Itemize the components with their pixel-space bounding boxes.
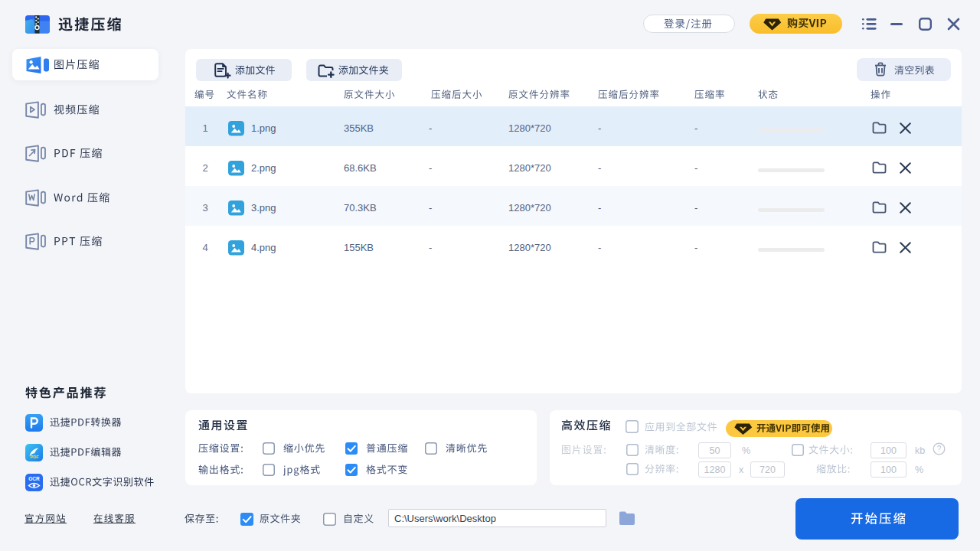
svg-text:?: ? xyxy=(937,445,942,453)
svg-text:PDF: PDF xyxy=(31,455,40,459)
svg-text:OCR: OCR xyxy=(28,476,40,481)
